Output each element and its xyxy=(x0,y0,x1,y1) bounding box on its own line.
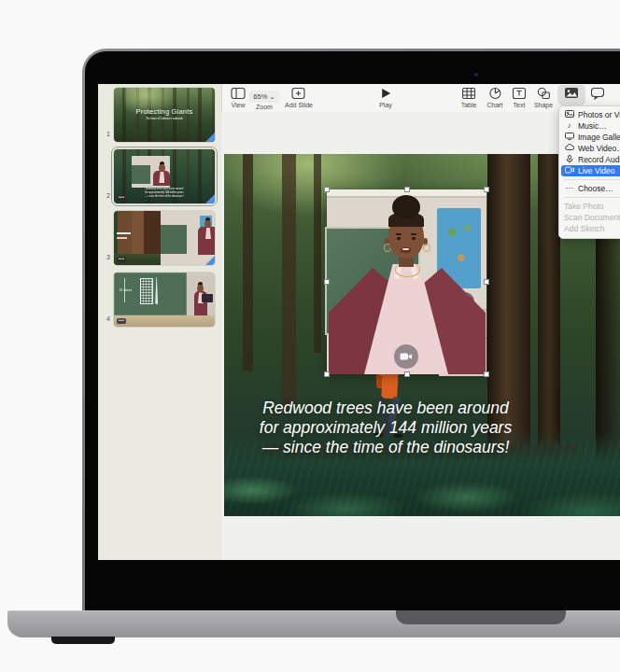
table-button[interactable]: Table xyxy=(461,86,477,108)
menu-item-web-video[interactable]: Web Video… xyxy=(559,143,620,154)
text-label: Text xyxy=(513,102,527,108)
zoom-pill[interactable]: 65%⌄ xyxy=(248,91,279,103)
slide-1-corner-flag xyxy=(205,133,215,142)
text-button[interactable]: Text xyxy=(513,86,527,108)
thumb4-building-sketch xyxy=(140,278,152,304)
slide-3-number: 3 xyxy=(100,254,110,260)
view-label: View xyxy=(231,102,246,108)
add-slide-button[interactable]: Add Slide xyxy=(285,86,313,108)
caption-line-2: for approximately 144 million years xyxy=(224,418,547,438)
menu-item-photos-or-video[interactable]: Photos or Video xyxy=(559,109,620,120)
chart-icon xyxy=(486,86,502,101)
chevron-down-icon: ⌄ xyxy=(269,92,275,101)
table-label: Table xyxy=(461,102,477,108)
slide-2-notes-badge: ••• xyxy=(117,195,126,202)
web-video-cloud-icon xyxy=(564,144,574,153)
view-button[interactable]: View xyxy=(231,86,246,108)
zoom-value: 65% xyxy=(253,92,267,101)
thumb1-slide-title: Protecting Giants xyxy=(114,107,215,116)
thumb4-chalkboard-art: 15 stories xyxy=(114,273,187,315)
shape-button[interactable]: Shape xyxy=(534,86,553,108)
live-video-camera-badge-icon xyxy=(394,344,418,369)
menu-item-image-gallery[interactable]: Image Gallery xyxy=(559,132,620,143)
resize-handle-se[interactable] xyxy=(484,371,489,377)
slide-3-corner-flag xyxy=(205,256,215,265)
microphone-icon xyxy=(564,155,574,165)
thumb2-caption: Redwood trees have been around for appro… xyxy=(119,188,209,197)
thumb4-desk xyxy=(114,315,215,327)
slide-4-notes-badge: ••• xyxy=(117,318,126,325)
thumb4-tree-sketch xyxy=(155,277,158,304)
resize-handle-sw[interactable] xyxy=(324,371,330,377)
add-slide-label: Add Slide xyxy=(285,102,313,108)
slide-caption-textbox[interactable]: Redwood trees have been around for appro… xyxy=(224,399,547,457)
chart-button[interactable]: Chart xyxy=(486,86,502,108)
comment-bubble-icon xyxy=(591,86,605,101)
slide-thumbnail-3[interactable]: ••• xyxy=(114,211,215,265)
menu-item-take-photo-disabled: Take Photo xyxy=(559,201,620,212)
slide-4-number: 4 xyxy=(100,315,110,322)
menu-item-music[interactable]: ♪ Music… xyxy=(559,120,620,132)
menu-item-choose[interactable]: ⋯ Choose… xyxy=(559,183,620,194)
play-icon xyxy=(379,86,392,101)
thumb4-board-label: 15 stories xyxy=(120,288,133,292)
menu-separator xyxy=(564,197,620,198)
ellipsis-icon: ⋯ xyxy=(564,185,574,192)
macbook-lid-notch xyxy=(396,610,566,624)
sidebar-view-icon xyxy=(231,86,246,101)
shape-label: Shape xyxy=(534,102,553,108)
apple-marketing-scene: { "toolbar": { "view_label": "View", "zo… xyxy=(0,0,620,672)
zoom-control[interactable]: 65%⌄ Zoom xyxy=(248,86,279,110)
thumb1-slide-subtitle: The future of California's redwoods xyxy=(121,117,207,119)
menu-item-add-sketch-disabled: Add Sketch xyxy=(559,223,620,234)
slide-2-number: 2 xyxy=(100,192,110,199)
menu-item-scan-documents-disabled: Scan Documents xyxy=(559,212,620,223)
slide-thumbnail-4[interactable]: 15 stories ••• xyxy=(114,273,215,327)
menu-item-live-video-selected[interactable]: Live Video xyxy=(561,165,620,176)
media-photo-icon xyxy=(564,86,579,101)
play-button[interactable]: Play xyxy=(379,86,392,108)
media-dropdown-menu: Photos or Video ♪ Music… Image Gallery W… xyxy=(558,105,620,239)
menu-separator xyxy=(564,179,620,180)
slide-2-corner-flag xyxy=(205,194,215,203)
chart-label: Chart xyxy=(486,102,502,108)
shape-icon xyxy=(534,86,553,101)
live-video-object[interactable] xyxy=(327,189,486,374)
caption-line-3: — since the time of the dinosaurs! xyxy=(224,438,547,457)
thumb4-laptop xyxy=(202,294,213,302)
webcam-icon xyxy=(474,73,478,77)
comment-button[interactable] xyxy=(591,86,605,101)
slide-thumbnail-2-selected[interactable]: Redwood trees have been around for appro… xyxy=(114,149,215,203)
resize-handle-ne[interactable] xyxy=(484,187,489,192)
music-note-icon: ♪ xyxy=(564,122,574,130)
caption-line-1: Redwood trees have been around xyxy=(224,399,547,418)
table-icon xyxy=(461,86,477,101)
media-button[interactable] xyxy=(564,86,579,101)
resize-handle-w[interactable] xyxy=(324,279,330,285)
text-icon xyxy=(513,86,527,101)
thumb2-video-inset xyxy=(132,156,170,188)
slide-3-notes-badge: ••• xyxy=(117,257,126,263)
resize-handle-n[interactable] xyxy=(404,187,410,192)
slide-1-number: 1 xyxy=(100,131,110,137)
menu-item-record-audio[interactable]: Record Audio xyxy=(559,154,620,165)
zoom-label: Zoom xyxy=(248,104,279,110)
slide-navigator: 1 Protecting Giants The future of Califo… xyxy=(98,84,222,560)
resize-handle-nw[interactable] xyxy=(324,187,330,192)
play-label: Play xyxy=(379,102,392,108)
add-slide-icon xyxy=(285,86,313,101)
photos-icon xyxy=(564,110,574,119)
image-gallery-icon xyxy=(564,133,574,142)
resize-handle-e[interactable] xyxy=(484,279,489,285)
keynote-window: View 65%⌄ Zoom Add Slide Play Table xyxy=(98,84,620,560)
macbook-foot xyxy=(51,637,115,644)
live-video-camera-icon xyxy=(564,166,574,175)
resize-handle-s[interactable] xyxy=(404,371,410,377)
slide-thumbnail-1[interactable]: Protecting Giants The future of Californ… xyxy=(114,88,215,142)
